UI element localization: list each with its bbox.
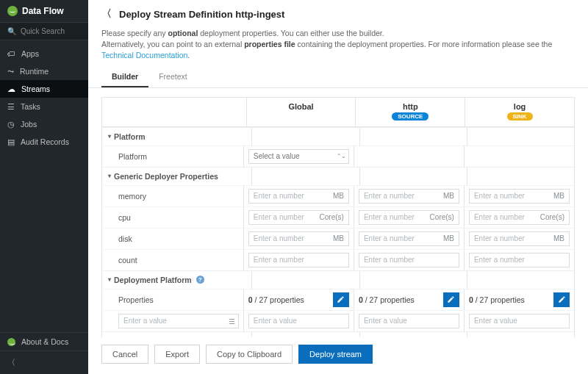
disk-global[interactable]: Enter a numberMB [248,231,349,246]
leaf-icon [7,6,18,16]
tab-builder[interactable]: Builder [101,66,148,87]
deploy-button[interactable]: Deploy stream [298,345,373,364]
nav-jobs[interactable]: ◷Jobs [0,115,88,133]
nav-apps[interactable]: 🏷Apps [0,45,88,62]
disk-http[interactable]: Enter a numberMB [359,231,459,246]
help-icon[interactable]: ? [196,276,204,284]
nav-runtime[interactable]: ⤳Runtime [0,62,88,80]
tab-freetext[interactable]: Freetext [148,66,198,87]
platform-select[interactable]: Select a value [248,149,349,164]
edit-button[interactable] [443,292,459,307]
deploy-props-global: 0 / 27 properties [248,295,329,304]
export-button[interactable]: Export [154,345,200,364]
list-icon: ☰ [7,102,15,111]
sidebar-collapse[interactable]: 〈 [0,350,88,374]
section-apps[interactable]: ▾Applications Properties [102,332,207,337]
cloud-icon: ☁ [7,84,15,93]
back-button[interactable]: 〈 [101,7,112,21]
page-title: Deploy Stream Definition http-ingest [119,9,284,20]
deploy-props-http: 0 / 27 properties [359,295,439,304]
section-platform[interactable]: ▾Platform [102,128,151,145]
chevron-down-icon: ▾ [108,276,111,283]
deploy-val-global[interactable]: Enter a value [248,314,349,328]
list-icon: ☰ [229,317,235,325]
quick-search[interactable]: 🔍 Quick Search [0,23,88,40]
nav-audit[interactable]: ▤Audit Records [0,133,88,151]
chevron-down-icon: ▾ [108,173,111,179]
cpu-log[interactable]: Enter a numberCore(s) [469,210,570,225]
count-log[interactable]: Enter a number [469,253,570,267]
section-deploy[interactable]: ▾Deployment Platform ? [102,271,210,289]
label-cpu: cpu [102,209,137,226]
memory-http[interactable]: Enter a numberMB [359,189,459,204]
chevron-down-icon: ▾ [108,133,111,140]
records-icon: ▤ [7,137,15,146]
deploy-val-log[interactable]: Enter a value [469,314,570,328]
copy-button[interactable]: Copy to Clipboard [206,345,293,364]
label-memory: memory [102,187,152,205]
count-global[interactable]: Enter a number [248,253,349,267]
brand-header: Data Flow [0,0,88,23]
col-http: http SOURCE [355,98,465,126]
label-count: count [102,251,143,269]
description: Please specify any optional deployment p… [88,24,588,62]
cpu-http[interactable]: Enter a numberCore(s) [359,210,459,225]
brand-title: Data Flow [22,6,64,16]
section-generic[interactable]: ▾Generic Deployer Properties [102,168,224,185]
nav-tasks[interactable]: ☰Tasks [0,98,88,115]
runtime-icon: ⤳ [7,67,14,76]
label-deploy-props: Properties [102,291,159,309]
sidebar-nav: 🏷Apps ⤳Runtime ☁Streams ☰Tasks ◷Jobs ▤Au… [0,40,88,328]
label-platform: Platform [102,148,153,165]
leaf-icon [7,338,15,346]
col-global: Global [246,98,356,126]
nav-about[interactable]: About & Docs [0,332,88,350]
cpu-global[interactable]: Enter a numberCore(s) [248,210,349,225]
memory-log[interactable]: Enter a numberMB [469,189,570,204]
deploy-key-input[interactable]: Enter a value☰ [118,314,239,328]
label-disk: disk [102,230,138,248]
edit-button[interactable] [333,292,349,307]
quick-search-placeholder: Quick Search [21,27,65,35]
clock-icon: ◷ [7,120,15,129]
col-log: log SINK [465,98,574,126]
count-http[interactable]: Enter a number [359,253,459,267]
deploy-props-log: 0 / 27 properties [469,295,549,304]
chevron-left-icon: 〈 [7,358,15,367]
memory-global[interactable]: Enter a numberMB [248,189,349,204]
disk-log[interactable]: Enter a numberMB [469,231,570,246]
source-badge: SOURCE [392,112,429,121]
cancel-button[interactable]: Cancel [101,345,148,364]
doc-link[interactable]: Technical Documentation [101,51,187,60]
sink-badge: SINK [507,112,533,121]
nav-streams[interactable]: ☁Streams [0,80,88,98]
deploy-val-http[interactable]: Enter a value [359,314,459,328]
edit-button[interactable] [553,292,570,307]
tag-icon: 🏷 [7,49,15,58]
search-icon: 🔍 [7,27,16,35]
